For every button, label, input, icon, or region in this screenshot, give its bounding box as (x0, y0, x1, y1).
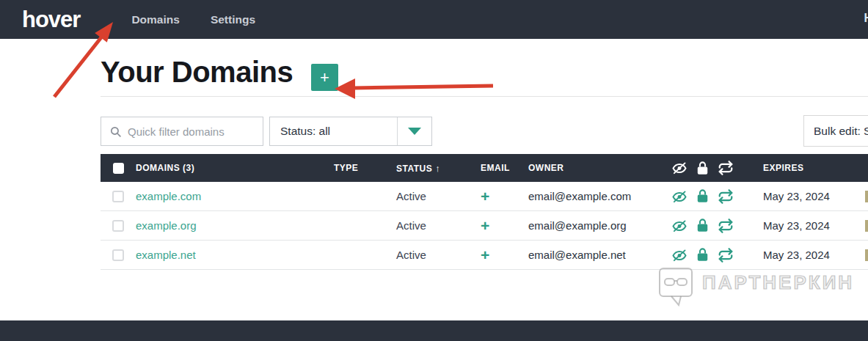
transfer-arrows-icon[interactable] (718, 218, 734, 234)
lock-icon[interactable] (696, 218, 710, 233)
nav-item-help-cutoff[interactable]: H (864, 12, 868, 25)
bulk-edit-button[interactable]: Bulk edit: S (803, 115, 868, 147)
domain-link[interactable]: example.org (136, 219, 197, 232)
table-row: example.net Active + email@example.net (101, 241, 868, 270)
owner-cell: email@example.com (528, 190, 671, 202)
row-checkbox[interactable] (112, 220, 124, 232)
column-header-type[interactable]: TYPE (334, 163, 396, 173)
nav-item-domains[interactable]: Domains (131, 13, 179, 26)
add-domain-button[interactable]: + (311, 64, 338, 91)
row-action-cutoff[interactable] (865, 220, 868, 232)
table-header-row: DOMAINS (3) TYPE STATUS↑ EMAIL OWNER (101, 154, 868, 182)
watermark-text: ПАРТНЕРКИН (702, 271, 854, 294)
add-email-button[interactable]: + (481, 217, 489, 234)
quick-filter-box (101, 117, 263, 146)
watermark-logo-icon (657, 265, 695, 307)
eye-off-icon[interactable] (671, 218, 688, 234)
row-checkbox[interactable] (112, 191, 124, 202)
transfer-arrows-icon[interactable] (718, 160, 734, 176)
expires-cell: May 23, 2024 (763, 249, 866, 261)
eye-off-icon[interactable] (671, 188, 688, 205)
status-cell: Active (396, 219, 481, 232)
domain-link[interactable]: example.com (136, 190, 201, 202)
row-action-cutoff[interactable] (865, 191, 868, 202)
footer-bar (0, 320, 868, 341)
lock-icon[interactable] (696, 161, 710, 176)
expires-cell: May 23, 2024 (763, 219, 866, 232)
page-title: Your Domains (101, 56, 293, 89)
column-header-domains[interactable]: DOMAINS (3) (136, 163, 334, 173)
column-header-email[interactable]: EMAIL (481, 163, 528, 173)
add-email-button[interactable]: + (481, 188, 489, 205)
status-filter-dropdown[interactable]: Status: all (269, 117, 432, 146)
column-header-expires[interactable]: EXPIRES (763, 163, 866, 173)
table-row: example.org Active + email@example.org (101, 211, 868, 241)
transfer-arrows-icon[interactable] (718, 188, 734, 205)
nav-links: Domains Settings (131, 13, 255, 26)
hover-logo[interactable]: hover (22, 8, 80, 31)
status-filter-value: Status: all (280, 125, 397, 138)
top-navbar: hover Domains Settings H (0, 0, 868, 39)
dropdown-separator (397, 117, 398, 145)
nav-item-settings[interactable]: Settings (211, 13, 255, 26)
lock-icon[interactable] (696, 188, 710, 204)
domains-table: DOMAINS (3) TYPE STATUS↑ EMAIL OWNER (101, 154, 868, 270)
caret-down-icon[interactable] (408, 128, 421, 135)
row-action-cutoff[interactable] (865, 249, 868, 261)
expires-cell: May 23, 2024 (763, 190, 866, 202)
select-all-checkbox[interactable] (113, 163, 124, 174)
watermark: ПАРТНЕРКИН (657, 265, 854, 307)
owner-cell: email@example.org (528, 219, 671, 232)
table-row: example.com Active + email@example.com (101, 182, 868, 211)
eye-off-icon[interactable] (671, 247, 688, 263)
row-checkbox[interactable] (112, 249, 124, 261)
transfer-arrows-icon[interactable] (718, 247, 734, 263)
status-cell: Active (396, 249, 481, 261)
sort-ascending-icon: ↑ (435, 163, 440, 174)
eye-off-icon[interactable] (671, 160, 688, 176)
status-cell: Active (396, 190, 481, 202)
owner-cell: email@example.net (528, 249, 671, 261)
domain-link[interactable]: example.net (136, 249, 196, 261)
lock-icon[interactable] (696, 247, 710, 263)
column-header-owner[interactable]: OWNER (528, 163, 671, 173)
column-header-status[interactable]: STATUS↑ (396, 163, 481, 174)
search-icon (109, 125, 122, 138)
title-divider (101, 96, 868, 97)
add-email-button[interactable]: + (481, 246, 489, 263)
quick-filter-input[interactable] (128, 125, 252, 138)
